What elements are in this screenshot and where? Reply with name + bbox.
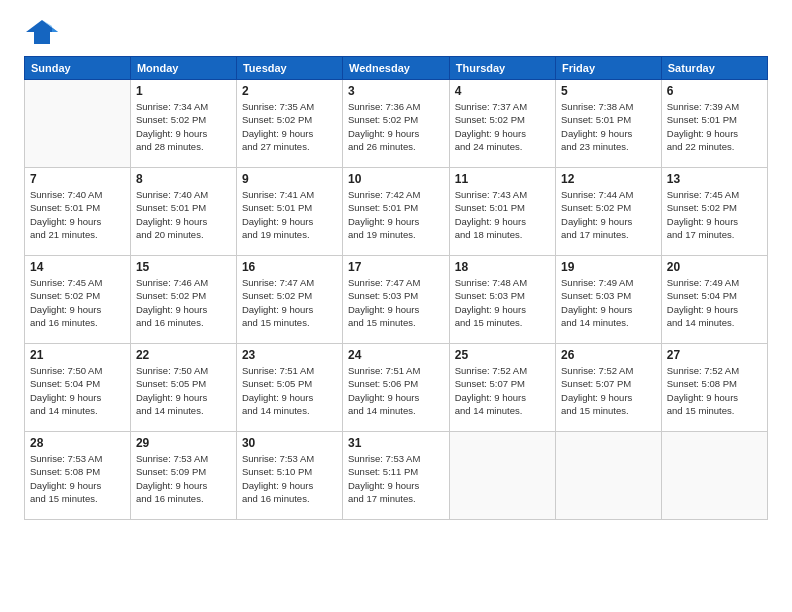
day-number: 1: [136, 84, 231, 98]
day-cell: 12Sunrise: 7:44 AM Sunset: 5:02 PM Dayli…: [556, 168, 662, 256]
header: [24, 18, 768, 46]
day-info: Sunrise: 7:47 AM Sunset: 5:03 PM Dayligh…: [348, 276, 444, 329]
page: SundayMondayTuesdayWednesdayThursdayFrid…: [0, 0, 792, 612]
day-number: 21: [30, 348, 125, 362]
weekday-header-wednesday: Wednesday: [343, 57, 450, 80]
day-number: 28: [30, 436, 125, 450]
day-cell: [661, 432, 767, 520]
day-info: Sunrise: 7:49 AM Sunset: 5:03 PM Dayligh…: [561, 276, 656, 329]
day-info: Sunrise: 7:34 AM Sunset: 5:02 PM Dayligh…: [136, 100, 231, 153]
weekday-header-thursday: Thursday: [449, 57, 555, 80]
calendar-table: SundayMondayTuesdayWednesdayThursdayFrid…: [24, 56, 768, 520]
week-row-3: 14Sunrise: 7:45 AM Sunset: 5:02 PM Dayli…: [25, 256, 768, 344]
day-cell: 20Sunrise: 7:49 AM Sunset: 5:04 PM Dayli…: [661, 256, 767, 344]
day-cell: 7Sunrise: 7:40 AM Sunset: 5:01 PM Daylig…: [25, 168, 131, 256]
day-info: Sunrise: 7:42 AM Sunset: 5:01 PM Dayligh…: [348, 188, 444, 241]
day-info: Sunrise: 7:49 AM Sunset: 5:04 PM Dayligh…: [667, 276, 762, 329]
weekday-header-monday: Monday: [130, 57, 236, 80]
day-info: Sunrise: 7:38 AM Sunset: 5:01 PM Dayligh…: [561, 100, 656, 153]
day-number: 19: [561, 260, 656, 274]
day-number: 7: [30, 172, 125, 186]
day-cell: [449, 432, 555, 520]
week-row-2: 7Sunrise: 7:40 AM Sunset: 5:01 PM Daylig…: [25, 168, 768, 256]
day-info: Sunrise: 7:36 AM Sunset: 5:02 PM Dayligh…: [348, 100, 444, 153]
day-number: 30: [242, 436, 337, 450]
day-number: 4: [455, 84, 550, 98]
day-info: Sunrise: 7:40 AM Sunset: 5:01 PM Dayligh…: [136, 188, 231, 241]
day-cell: 11Sunrise: 7:43 AM Sunset: 5:01 PM Dayli…: [449, 168, 555, 256]
day-cell: 10Sunrise: 7:42 AM Sunset: 5:01 PM Dayli…: [343, 168, 450, 256]
day-info: Sunrise: 7:44 AM Sunset: 5:02 PM Dayligh…: [561, 188, 656, 241]
day-cell: 14Sunrise: 7:45 AM Sunset: 5:02 PM Dayli…: [25, 256, 131, 344]
day-cell: 31Sunrise: 7:53 AM Sunset: 5:11 PM Dayli…: [343, 432, 450, 520]
day-number: 8: [136, 172, 231, 186]
day-cell: 25Sunrise: 7:52 AM Sunset: 5:07 PM Dayli…: [449, 344, 555, 432]
day-cell: 9Sunrise: 7:41 AM Sunset: 5:01 PM Daylig…: [236, 168, 342, 256]
day-info: Sunrise: 7:39 AM Sunset: 5:01 PM Dayligh…: [667, 100, 762, 153]
day-number: 27: [667, 348, 762, 362]
logo-icon: [24, 18, 60, 46]
day-info: Sunrise: 7:47 AM Sunset: 5:02 PM Dayligh…: [242, 276, 337, 329]
day-info: Sunrise: 7:45 AM Sunset: 5:02 PM Dayligh…: [30, 276, 125, 329]
week-row-4: 21Sunrise: 7:50 AM Sunset: 5:04 PM Dayli…: [25, 344, 768, 432]
day-info: Sunrise: 7:50 AM Sunset: 5:05 PM Dayligh…: [136, 364, 231, 417]
day-number: 2: [242, 84, 337, 98]
day-info: Sunrise: 7:46 AM Sunset: 5:02 PM Dayligh…: [136, 276, 231, 329]
day-cell: 30Sunrise: 7:53 AM Sunset: 5:10 PM Dayli…: [236, 432, 342, 520]
day-cell: 27Sunrise: 7:52 AM Sunset: 5:08 PM Dayli…: [661, 344, 767, 432]
day-cell: [556, 432, 662, 520]
day-info: Sunrise: 7:51 AM Sunset: 5:06 PM Dayligh…: [348, 364, 444, 417]
day-number: 15: [136, 260, 231, 274]
day-info: Sunrise: 7:50 AM Sunset: 5:04 PM Dayligh…: [30, 364, 125, 417]
day-cell: 22Sunrise: 7:50 AM Sunset: 5:05 PM Dayli…: [130, 344, 236, 432]
day-info: Sunrise: 7:52 AM Sunset: 5:07 PM Dayligh…: [455, 364, 550, 417]
day-cell: 23Sunrise: 7:51 AM Sunset: 5:05 PM Dayli…: [236, 344, 342, 432]
day-number: 14: [30, 260, 125, 274]
day-cell: 16Sunrise: 7:47 AM Sunset: 5:02 PM Dayli…: [236, 256, 342, 344]
day-cell: 15Sunrise: 7:46 AM Sunset: 5:02 PM Dayli…: [130, 256, 236, 344]
weekday-header-friday: Friday: [556, 57, 662, 80]
day-info: Sunrise: 7:52 AM Sunset: 5:07 PM Dayligh…: [561, 364, 656, 417]
day-number: 18: [455, 260, 550, 274]
logo: [24, 18, 64, 46]
day-cell: 4Sunrise: 7:37 AM Sunset: 5:02 PM Daylig…: [449, 80, 555, 168]
day-cell: 21Sunrise: 7:50 AM Sunset: 5:04 PM Dayli…: [25, 344, 131, 432]
day-number: 10: [348, 172, 444, 186]
day-number: 31: [348, 436, 444, 450]
day-info: Sunrise: 7:40 AM Sunset: 5:01 PM Dayligh…: [30, 188, 125, 241]
day-cell: 29Sunrise: 7:53 AM Sunset: 5:09 PM Dayli…: [130, 432, 236, 520]
day-info: Sunrise: 7:41 AM Sunset: 5:01 PM Dayligh…: [242, 188, 337, 241]
weekday-header-saturday: Saturday: [661, 57, 767, 80]
week-row-5: 28Sunrise: 7:53 AM Sunset: 5:08 PM Dayli…: [25, 432, 768, 520]
day-cell: 19Sunrise: 7:49 AM Sunset: 5:03 PM Dayli…: [556, 256, 662, 344]
day-number: 13: [667, 172, 762, 186]
day-info: Sunrise: 7:48 AM Sunset: 5:03 PM Dayligh…: [455, 276, 550, 329]
weekday-header-row: SundayMondayTuesdayWednesdayThursdayFrid…: [25, 57, 768, 80]
day-number: 20: [667, 260, 762, 274]
day-number: 11: [455, 172, 550, 186]
weekday-header-tuesday: Tuesday: [236, 57, 342, 80]
day-number: 5: [561, 84, 656, 98]
day-cell: 18Sunrise: 7:48 AM Sunset: 5:03 PM Dayli…: [449, 256, 555, 344]
day-cell: 2Sunrise: 7:35 AM Sunset: 5:02 PM Daylig…: [236, 80, 342, 168]
day-number: 16: [242, 260, 337, 274]
day-number: 25: [455, 348, 550, 362]
day-info: Sunrise: 7:53 AM Sunset: 5:11 PM Dayligh…: [348, 452, 444, 505]
day-cell: 17Sunrise: 7:47 AM Sunset: 5:03 PM Dayli…: [343, 256, 450, 344]
day-info: Sunrise: 7:51 AM Sunset: 5:05 PM Dayligh…: [242, 364, 337, 417]
day-number: 17: [348, 260, 444, 274]
day-number: 29: [136, 436, 231, 450]
week-row-1: 1Sunrise: 7:34 AM Sunset: 5:02 PM Daylig…: [25, 80, 768, 168]
weekday-header-sunday: Sunday: [25, 57, 131, 80]
day-cell: 26Sunrise: 7:52 AM Sunset: 5:07 PM Dayli…: [556, 344, 662, 432]
day-number: 23: [242, 348, 337, 362]
day-info: Sunrise: 7:52 AM Sunset: 5:08 PM Dayligh…: [667, 364, 762, 417]
day-cell: 28Sunrise: 7:53 AM Sunset: 5:08 PM Dayli…: [25, 432, 131, 520]
day-info: Sunrise: 7:43 AM Sunset: 5:01 PM Dayligh…: [455, 188, 550, 241]
day-number: 22: [136, 348, 231, 362]
day-number: 12: [561, 172, 656, 186]
day-info: Sunrise: 7:53 AM Sunset: 5:10 PM Dayligh…: [242, 452, 337, 505]
day-info: Sunrise: 7:45 AM Sunset: 5:02 PM Dayligh…: [667, 188, 762, 241]
day-cell: 24Sunrise: 7:51 AM Sunset: 5:06 PM Dayli…: [343, 344, 450, 432]
day-number: 6: [667, 84, 762, 98]
